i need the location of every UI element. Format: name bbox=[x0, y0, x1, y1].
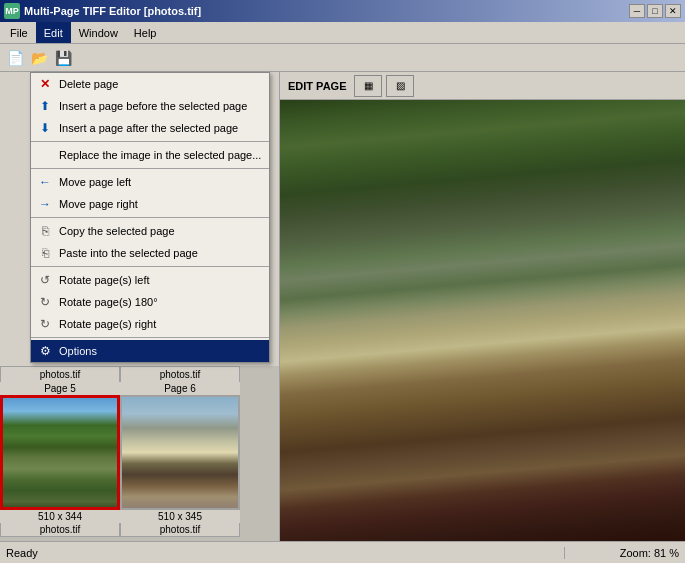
insert-before-icon: ⬆ bbox=[37, 98, 53, 114]
thumb-filename-bottom-6: photos.tif bbox=[120, 523, 240, 537]
replace-icon bbox=[37, 147, 53, 163]
thumb-filename-top-5: photos.tif bbox=[0, 366, 120, 382]
status-text: Ready bbox=[0, 547, 565, 559]
menu-item-insert-after-label: Insert a page after the selected page bbox=[59, 122, 238, 134]
title-bar: MP Multi-Page TIFF Editor [photos.tif] ─… bbox=[0, 0, 685, 22]
separator-2 bbox=[31, 168, 269, 169]
main-image-area bbox=[280, 100, 685, 541]
menu-item-move-right-label: Move page right bbox=[59, 198, 138, 210]
thumbnail-group-6: photos.tif Page 6 510 x 345 photos.tif bbox=[120, 366, 240, 541]
main-image bbox=[280, 100, 685, 541]
edit-toolbar-btn-2[interactable]: ▨ bbox=[386, 75, 414, 97]
menu-item-rotate-left-label: Rotate page(s) left bbox=[59, 274, 150, 286]
thumb-filename-bottom-5: photos.tif bbox=[0, 523, 120, 537]
right-panel: EDIT PAGE ▦ ▨ bbox=[280, 72, 685, 541]
menu-item-move-right[interactable]: → Move page right bbox=[31, 193, 269, 215]
menu-item-move-left-label: Move page left bbox=[59, 176, 131, 188]
separator-1 bbox=[31, 141, 269, 142]
window-controls: ─ □ ✕ bbox=[629, 4, 681, 18]
close-button[interactable]: ✕ bbox=[665, 4, 681, 18]
toolbar: 📄 📂 💾 bbox=[0, 44, 685, 72]
toolbar-btn-2[interactable]: 📂 bbox=[28, 47, 50, 69]
window-title: Multi-Page TIFF Editor [photos.tif] bbox=[24, 5, 201, 17]
zoom-level: Zoom: 81 % bbox=[565, 547, 685, 559]
main-container: ✕ Delete page ⬆ Insert a page before the… bbox=[0, 72, 685, 541]
thumb-filename-top-6: photos.tif bbox=[120, 366, 240, 382]
menu-file[interactable]: File bbox=[2, 22, 36, 43]
edit-page-label: EDIT PAGE bbox=[284, 80, 350, 92]
options-icon: ⚙ bbox=[37, 343, 53, 359]
thumb-size-5: 510 x 344 bbox=[0, 510, 120, 523]
menu-window[interactable]: Window bbox=[71, 22, 126, 43]
menu-item-rotate-right[interactable]: ↻ Rotate page(s) right bbox=[31, 313, 269, 335]
app-icon: MP bbox=[4, 3, 20, 19]
menu-edit[interactable]: Edit bbox=[36, 22, 71, 43]
edit-page-toolbar: EDIT PAGE ▦ ▨ bbox=[280, 72, 685, 100]
thumbnail-area: photos.tif Page 5 510 x 344 photos.tif p… bbox=[0, 366, 279, 541]
menu-item-delete-label: Delete page bbox=[59, 78, 118, 90]
paste-icon: ⎗ bbox=[37, 245, 53, 261]
menu-item-rotate-180-label: Rotate page(s) 180° bbox=[59, 296, 158, 308]
status-bar: Ready Zoom: 81 % bbox=[0, 541, 685, 563]
rotate-right-icon: ↻ bbox=[37, 316, 53, 332]
menu-item-rotate-left[interactable]: ↺ Rotate page(s) left bbox=[31, 269, 269, 291]
thumb-image-5 bbox=[3, 398, 117, 507]
thumb-size-6: 510 x 345 bbox=[120, 510, 240, 523]
thumbnail-6[interactable] bbox=[120, 395, 240, 510]
thumb-page-label-5: Page 5 bbox=[0, 382, 120, 395]
left-panel: ✕ Delete page ⬆ Insert a page before the… bbox=[0, 72, 280, 541]
move-right-icon: → bbox=[37, 196, 53, 212]
menu-item-delete[interactable]: ✕ Delete page bbox=[31, 73, 269, 95]
thumbnail-group-5: photos.tif Page 5 510 x 344 photos.tif bbox=[0, 366, 120, 541]
menu-item-copy-label: Copy the selected page bbox=[59, 225, 175, 237]
separator-4 bbox=[31, 266, 269, 267]
menu-item-replace[interactable]: Replace the image in the selected page..… bbox=[31, 144, 269, 166]
copy-icon: ⎘ bbox=[37, 223, 53, 239]
menu-item-replace-label: Replace the image in the selected page..… bbox=[59, 149, 261, 161]
separator-5 bbox=[31, 337, 269, 338]
menu-item-options[interactable]: ⚙ Options bbox=[31, 340, 269, 362]
menu-item-insert-before[interactable]: ⬆ Insert a page before the selected page bbox=[31, 95, 269, 117]
toolbar-btn-3[interactable]: 💾 bbox=[52, 47, 74, 69]
menu-item-rotate-180[interactable]: ↻ Rotate page(s) 180° bbox=[31, 291, 269, 313]
menu-item-copy[interactable]: ⎘ Copy the selected page bbox=[31, 220, 269, 242]
menu-item-rotate-right-label: Rotate page(s) right bbox=[59, 318, 156, 330]
menu-item-insert-before-label: Insert a page before the selected page bbox=[59, 100, 247, 112]
move-left-icon: ← bbox=[37, 174, 53, 190]
rotate-180-icon: ↻ bbox=[37, 294, 53, 310]
menu-item-insert-after[interactable]: ⬇ Insert a page after the selected page bbox=[31, 117, 269, 139]
maximize-button[interactable]: □ bbox=[647, 4, 663, 18]
menu-bar: File Edit Window Help bbox=[0, 22, 685, 44]
edit-toolbar-btn-1[interactable]: ▦ bbox=[354, 75, 382, 97]
menu-item-paste-label: Paste into the selected page bbox=[59, 247, 198, 259]
thumbnail-5[interactable] bbox=[0, 395, 120, 510]
minimize-button[interactable]: ─ bbox=[629, 4, 645, 18]
menu-item-move-left[interactable]: ← Move page left bbox=[31, 171, 269, 193]
thumb-page-label-6: Page 6 bbox=[120, 382, 240, 395]
thumb-image-6 bbox=[122, 397, 238, 508]
menu-help[interactable]: Help bbox=[126, 22, 165, 43]
menu-item-options-label: Options bbox=[59, 345, 97, 357]
delete-icon: ✕ bbox=[37, 76, 53, 92]
insert-after-icon: ⬇ bbox=[37, 120, 53, 136]
menu-item-paste[interactable]: ⎗ Paste into the selected page bbox=[31, 242, 269, 264]
edit-dropdown-menu: ✕ Delete page ⬆ Insert a page before the… bbox=[30, 72, 270, 363]
toolbar-btn-1[interactable]: 📄 bbox=[4, 47, 26, 69]
separator-3 bbox=[31, 217, 269, 218]
rotate-left-icon: ↺ bbox=[37, 272, 53, 288]
